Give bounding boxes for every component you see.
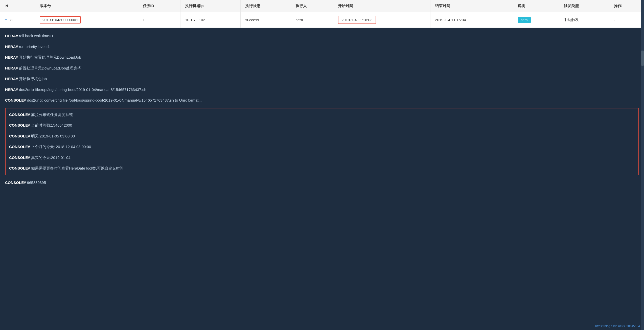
table-header-row: id 版本号 任务ID 执行机器ip 执行状态 执行人 开始时间 结束时间 说明… [0,0,644,12]
highlighted-log-line-6: CONSOLE# 如果需要更多时间查看HeraDateTool类,可以自定义时间 [6,163,638,174]
cell-machine: 10.1.71.102 [180,12,241,28]
cell-executor: hera [291,12,333,28]
highlighted-log-line-4: CONSOLE# 上个月的今天: 2018-12-04 03:00:00 [6,142,638,152]
log-prefix-3: HERA# [5,55,18,59]
version-badge: 20190104300000001 [40,16,81,23]
log-line-3: HERA# 开始执行前置处理单元DownLoadJob [5,52,639,63]
col-header-desc: 说明 [513,0,559,12]
log-line-7: CONSOLE# dos2unix: converting file /opt/… [5,95,639,106]
job-history-table: id 版本号 任务ID 执行机器ip 执行状态 执行人 开始时间 结束时间 说明… [0,0,644,28]
log-line-last: CONSOLE# 965839395 [5,177,639,188]
cell-id: − 8 [0,12,35,28]
log-line-6: HERA# dos2unix file:/opt/logs/spring-boo… [5,84,639,95]
cell-starttime: 2019-1-4 11:16:03 [333,12,430,28]
hl-prefix-5: CONSOLE# [9,155,30,160]
highlighted-log-line-1: CONSOLE# 赫拉分布式任务调度系统 [6,109,638,120]
cell-version: 20190104300000001 [35,12,138,28]
col-header-machine: 执行机器ip [180,0,241,12]
hl-prefix-3: CONSOLE# [9,134,30,138]
log-prefix-4: HERA# [5,66,18,70]
hl-prefix-2: CONSOLE# [9,123,30,127]
col-header-starttime: 开始时间 [333,0,430,12]
log-line-5: HERA# 开始执行核心job [5,74,639,84]
footer-url: https://blog.csdn.net/su20145104 [595,324,640,328]
cell-action: - [609,12,644,28]
cell-endtime: 2019-1-4 11:16:04 [430,12,513,28]
table-container: id 版本号 任务ID 执行机器ip 执行状态 执行人 开始时间 结束时间 说明… [0,0,644,28]
col-header-status: 执行状态 [241,0,291,12]
col-header-endtime: 结束时间 [430,0,513,12]
expand-toggle[interactable]: − [5,17,7,22]
log-prefix-last: CONSOLE# [5,180,26,185]
col-header-action: 操作 [609,0,644,12]
col-header-trigger: 触发类型 [559,0,609,12]
hl-prefix-1: CONSOLE# [9,112,30,117]
highlighted-log-block: CONSOLE# 赫拉分布式任务调度系统 CONSOLE# 当前时间戳:1546… [5,108,639,175]
log-prefix-6: HERA# [5,87,18,92]
start-time-highlighted: 2019-1-4 11:16:03 [338,16,376,24]
cell-taskid: 1 [138,12,180,28]
hl-prefix-6: CONSOLE# [9,166,30,170]
col-header-id: id [0,0,35,12]
log-line-1: HERA# roll.back.wait.time=1 [5,31,639,41]
hl-prefix-4: CONSOLE# [9,145,30,149]
log-prefix-2: HERA# [5,44,18,49]
log-line-4: HERA# 前置处理单元DownLoadJob处理完毕 [5,63,639,74]
col-header-version: 版本号 [35,0,138,12]
col-header-executor: 执行人 [291,0,333,12]
highlighted-log-line-3: CONSOLE# 明天:2019-01-05 03:00:00 [6,131,638,142]
highlighted-log-line-2: CONSOLE# 当前时间戳:1546542000 [6,120,638,131]
log-section: HERA# roll.back.wait.time=1 HERA# run.pr… [0,28,644,188]
cell-desc: hera [513,12,559,28]
col-header-taskid: 任务ID [138,0,180,12]
cell-trigger: 手动触发 [559,12,609,28]
hera-tag-badge: hera [518,17,531,23]
log-prefix-5: HERA# [5,77,18,81]
table-row: − 8 20190104300000001 1 10.1.71.102 succ… [0,12,644,28]
log-prefix-1: HERA# [5,34,18,38]
log-prefix-7: CONSOLE# [5,98,26,102]
cell-status: success [241,12,291,28]
scrollbar-thumb[interactable] [641,51,644,66]
scrollbar[interactable] [641,0,644,330]
log-line-2: HERA# run.priority.level=1 [5,41,639,52]
highlighted-log-line-5: CONSOLE# 真实的今天:2019-01-04 [6,152,638,163]
